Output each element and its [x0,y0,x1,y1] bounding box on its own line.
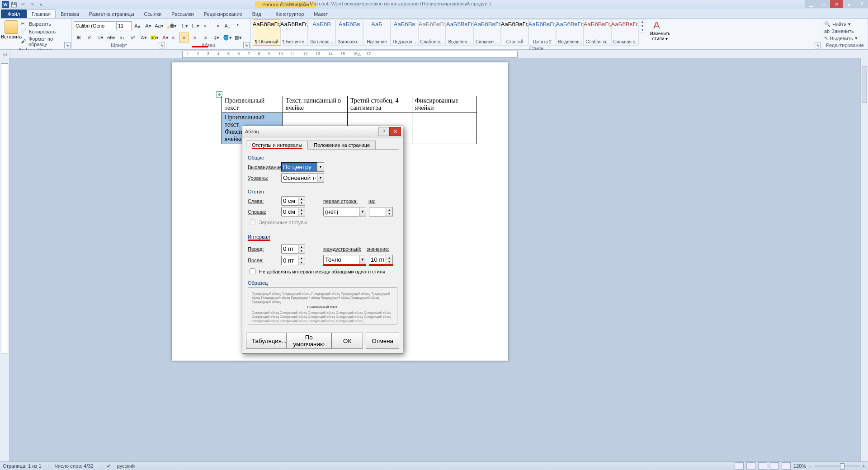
style-item[interactable]: АаБбВвГг,Выделенн... [556,19,584,46]
status-page[interactable]: Страница: 1 из 1 [3,463,42,469]
style-item[interactable]: АаБбВвГг,Цитата 2 [528,19,556,46]
level-combo[interactable]: ▼ [281,173,324,183]
redo-icon[interactable]: ↷ [28,0,36,9]
tab-page-layout[interactable]: Разметка страницы [84,9,139,18]
clipboard-launcher[interactable]: ⬊ [64,42,71,48]
tab-page-position[interactable]: Положение на странице [308,141,376,150]
style-item[interactable]: АаБбВЗаголово... [308,19,335,46]
paragraph-launcher[interactable]: ⬊ [243,42,250,48]
superscript-button[interactable]: x² [128,33,138,42]
copy-button[interactable]: 📄Копировать [21,28,70,35]
show-marks-button[interactable]: ¶ [233,21,243,31]
restore-button[interactable]: ▭ [817,0,830,8]
align-right-button[interactable]: ≡ [190,33,200,42]
align-center-button[interactable]: ≡ [179,33,189,42]
help-button[interactable]: ? [855,0,868,8]
space-after-spin[interactable]: ▲▼ [281,256,305,265]
style-item[interactable]: АаБбВвГг,Строгий [501,19,528,46]
vertical-ruler[interactable] [0,58,9,462]
grow-font-button[interactable]: A▴ [132,21,142,31]
view-outline-button[interactable] [770,462,779,470]
multilevel-button[interactable]: ⒈.▾ [190,21,200,31]
underline-button[interactable]: Ч▾ [95,33,105,42]
borders-button[interactable]: ▦▾ [233,33,243,42]
line-spacing-combo[interactable]: ▼ [323,255,366,266]
change-case-button[interactable]: Aa▾ [154,21,164,31]
bold-button[interactable]: Ж [74,33,84,42]
font-name-combo[interactable] [74,21,115,30]
chevron-down-icon[interactable]: ▼ [317,162,324,172]
style-item[interactable]: АаБбВвГгВыделен... [446,19,473,46]
font-size-combo[interactable] [116,21,132,30]
style-item[interactable]: АаБбВвГгСильное ... [473,19,501,46]
spellcheck-icon[interactable]: ✔ [107,463,111,469]
dialog-close-button[interactable]: ✕ [389,127,401,136]
mirror-indents-checkbox[interactable] [250,219,255,225]
tab-table-layout[interactable]: Макет [309,9,333,18]
sort-button[interactable]: A↓ [222,21,232,31]
qat-dropdown-icon[interactable]: ▾ [37,0,45,9]
bullets-button[interactable]: ≣▾ [168,21,178,31]
style-item[interactable]: АаБбВвЗаголово... [335,19,363,46]
style-item[interactable]: АаБбВвГгСлабое в... [418,19,446,46]
tab-insert[interactable]: Вставка [56,9,84,18]
tabs-button[interactable]: Табуляция... [246,333,286,349]
indent-right-spin[interactable]: ▲▼ [281,207,305,216]
tab-file[interactable]: Файл [1,9,27,18]
subscript-button[interactable]: x₂ [117,33,127,42]
ribbon-minimize-button[interactable]: ▴ [843,0,855,8]
chevron-down-icon[interactable]: ▼ [317,173,324,183]
select-button[interactable]: ↖Выделить▾ [824,35,858,41]
tab-table-design[interactable]: Конструктор [271,9,309,18]
indent-left-spin[interactable]: ▲▼ [281,196,305,206]
view-draft-button[interactable] [782,462,791,470]
style-item[interactable]: АаБНазвание [363,19,391,46]
ok-button[interactable]: ОК [331,333,363,349]
vertical-scrollbar[interactable] [860,58,868,462]
style-item[interactable]: АаБбВвГг,¶ Без инте... [280,19,308,46]
zoom-level[interactable]: 120% [793,463,806,469]
horizontal-ruler[interactable]: · · 1 · · · 2 · · · 3 · · · 4 · · · 5 · … [10,50,868,59]
zoom-slider[interactable] [815,465,860,467]
tab-home[interactable]: Главная [27,9,56,18]
close-button[interactable]: ✕ [830,0,843,8]
cancel-button[interactable]: Отмена [366,333,399,349]
chevron-down-icon[interactable]: ▼ [359,207,366,216]
style-item[interactable]: АаБбВвПодзагол... [391,19,418,46]
paste-button[interactable]: Вставить [2,19,21,39]
cut-button[interactable]: ✂Вырезать [21,21,70,27]
space-before-spin[interactable]: ▲▼ [281,244,305,254]
text-effects-button[interactable]: A▾ [139,33,149,42]
justify-button[interactable]: ≡ [201,33,211,42]
align-left-button[interactable]: ≡ [168,33,178,42]
tab-references[interactable]: Ссылки [139,9,167,18]
style-item[interactable]: АаБбВвГг,¶ Обычный [253,19,280,46]
shrink-font-button[interactable]: A▾ [143,21,153,31]
view-web-button[interactable] [758,462,767,470]
no-space-same-style-checkbox[interactable] [250,268,255,274]
change-styles-button[interactable]: AИзменитьстили ▾ [649,19,671,41]
chevron-down-icon[interactable]: ▼ [359,255,366,264]
line-at-spin[interactable]: ▲▼ [369,255,393,266]
scrollbar-thumb[interactable] [862,66,867,103]
replace-button[interactable]: abЗаменить [824,28,854,34]
view-fullscreen-button[interactable] [746,462,755,470]
format-painter-button[interactable]: 🖌Формат по образцу [21,36,70,47]
table-cell[interactable]: Фиксированные ячейки [412,96,477,113]
zoom-in-button[interactable]: + [863,463,865,469]
tab-indents-spacing[interactable]: Отступы и интервалы [246,141,308,150]
first-line-by-spin[interactable]: ▲▼ [369,207,393,216]
strike-button[interactable]: abc [106,33,116,42]
default-button[interactable]: По умолчанию [286,333,331,349]
styles-launcher[interactable]: ⬊ [815,42,821,48]
zoom-out-button[interactable]: − [809,463,811,469]
view-print-layout-button[interactable] [735,462,744,470]
shading-button[interactable]: 🪣▾ [222,33,232,42]
status-words[interactable]: Число слов: 4/32 [55,463,94,469]
style-item[interactable]: АаБбВвГг,Сильная с... [611,19,639,46]
styles-more[interactable]: ▲▼▾ [639,19,646,33]
save-icon[interactable]: 💾 [10,0,18,9]
status-language[interactable]: русский [117,463,135,469]
font-launcher[interactable]: ⬊ [159,42,165,48]
alignment-combo[interactable]: ▼ [281,162,324,172]
